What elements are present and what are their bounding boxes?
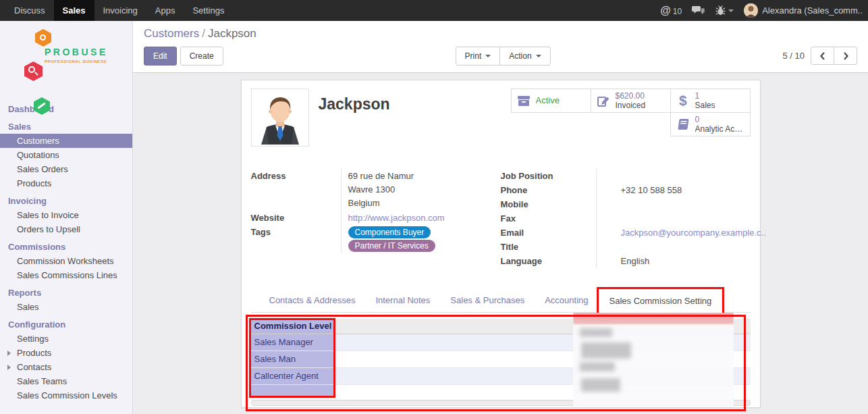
menu-invoicing[interactable]: Invoicing <box>94 0 146 21</box>
sidebar: PROBUSE PROFESSIONAL BUSINESS Dashboard … <box>0 21 133 414</box>
menu-sales[interactable]: Sales <box>54 0 94 21</box>
right-field-group: Job Position Phone +32 10 588 558 Mobile… <box>501 169 751 268</box>
customer-photo <box>251 88 309 147</box>
menu-settings[interactable]: Settings <box>184 0 233 21</box>
sidebar-section-reports[interactable]: Reports <box>0 286 132 300</box>
chevron-down-icon <box>728 9 734 12</box>
sidebar-item-config-products[interactable]: Products <box>0 346 132 360</box>
sidebar-item-quotations[interactable]: Quotations <box>0 148 132 162</box>
breadcrumb-customers-link[interactable]: Customers <box>144 27 199 40</box>
sidebar-section-commissions[interactable]: Commissions <box>0 240 132 254</box>
title-label: Title <box>501 240 596 254</box>
sidebar-item-sales-to-invoice[interactable]: Sales to Invoice <box>0 208 132 222</box>
active-label: Active <box>536 96 560 105</box>
sales-stat-button[interactable]: $ 1 Sales <box>670 88 751 113</box>
sidebar-section-sales[interactable]: Sales <box>0 120 132 134</box>
breadcrumb-current: Jackpson <box>208 27 256 40</box>
active-stat-button[interactable]: Active <box>511 88 591 113</box>
logo-title: PROBUSE <box>45 47 108 57</box>
at-icon: @ <box>660 5 671 17</box>
pager-previous-button[interactable] <box>811 47 834 65</box>
sidebar-menu: Dashboard Sales Customers Quotations Sal… <box>0 102 132 403</box>
tab-contacts-addresses[interactable]: Contacts & Addresses <box>259 289 366 312</box>
notebook-tabs: Contacts & Addresses Internal Notes Sale… <box>251 289 751 313</box>
email-link[interactable]: Jackpson@yourcompany.example.c.. <box>621 228 766 238</box>
control-panel: Customers/Jackpson Edit Create Print Act… <box>133 21 868 73</box>
tab-accounting[interactable]: Accounting <box>535 289 598 312</box>
pager-next-button[interactable] <box>834 47 857 65</box>
print-button[interactable]: Print <box>456 47 501 66</box>
language-label: Language <box>501 254 596 268</box>
sidebar-section-invoicing[interactable]: Invoicing <box>0 194 132 208</box>
svg-text:$: $ <box>679 93 687 108</box>
column-header-commission-level[interactable]: Commission Level <box>251 319 333 334</box>
analytic-count: 0 <box>695 115 745 124</box>
breadcrumb: Customers/Jackpson <box>144 27 857 41</box>
website-link[interactable]: http://www.jackpson.com <box>348 213 445 223</box>
sidebar-item-customers[interactable]: Customers <box>0 134 132 148</box>
book-icon <box>676 117 690 132</box>
debug-menu[interactable] <box>715 5 734 16</box>
pager-value[interactable]: 5 / 10 <box>782 51 805 61</box>
pager: 5 / 10 <box>782 47 857 65</box>
sidebar-item-products[interactable]: Products <box>0 176 132 190</box>
mobile-value <box>596 197 766 211</box>
analytic-accounts-stat-button[interactable]: 0 Analytic Acco... <box>670 112 751 136</box>
phone-value: +32 10 588 558 <box>596 183 766 197</box>
sidebar-item-sales-commission-levels[interactable]: Sales Commission Levels <box>0 388 132 403</box>
logo-hexagon-gear-icon <box>35 29 51 47</box>
mentions-counter[interactable]: @ 10 <box>660 5 682 17</box>
edit-pencil-icon <box>596 93 611 108</box>
left-field-group: Address 69 rue de Namur Wavre 1300 Belgi… <box>251 169 501 268</box>
job-position-label: Job Position <box>501 169 596 183</box>
tag-components-buyer: Components Buyer <box>348 226 431 238</box>
user-avatar <box>744 3 758 18</box>
redaction-pink-band <box>573 313 734 324</box>
sidebar-item-sales-orders[interactable]: Sales Orders <box>0 162 132 176</box>
sidebar-item-settings[interactable]: Settings <box>0 332 132 346</box>
tags-value: Components Buyer Partner / IT Services <box>341 225 501 253</box>
create-button[interactable]: Create <box>180 47 223 66</box>
website-label: Website <box>251 211 341 225</box>
tab-internal-notes[interactable]: Internal Notes <box>365 289 440 312</box>
tab-sales-purchases[interactable]: Sales & Purchases <box>440 289 535 312</box>
sidebar-item-sales-commissions-lines[interactable]: Sales Commissions Lines <box>0 268 132 282</box>
edit-button[interactable]: Edit <box>144 47 177 66</box>
sidebar-item-orders-to-upsell[interactable]: Orders to Upsell <box>0 222 132 236</box>
expand-arrow-icon <box>7 365 11 370</box>
commission-table-region: Commission Level Sales Manager Sales Man <box>251 319 751 406</box>
sidebar-item-sales-teams[interactable]: Sales Teams <box>0 374 132 388</box>
messages-button[interactable] <box>692 5 705 16</box>
form-view-area: Jackpson <box>133 73 868 414</box>
commission-level-cell: Sales Manager <box>251 334 333 351</box>
print-label: Print <box>465 51 482 61</box>
sidebar-section-dashboard[interactable]: Dashboard <box>0 102 132 116</box>
mobile-label: Mobile <box>501 197 596 211</box>
address-label: Address <box>251 169 341 211</box>
job-position-value <box>596 169 766 183</box>
commission-level-cell: Sales Man <box>251 351 333 367</box>
sidebar-item-config-contacts[interactable]: Contacts <box>0 360 132 374</box>
tab-sales-commission-setting[interactable]: Sales Commission Setting <box>599 289 723 313</box>
page-title: Jackpson <box>319 95 390 113</box>
address-street: 69 rue de Namur <box>348 170 501 183</box>
sidebar-section-configuration[interactable]: Configuration <box>0 317 132 332</box>
mention-count: 10 <box>673 7 682 16</box>
tags-label: Tags <box>251 225 341 253</box>
invoiced-stat-button[interactable]: $620.00 Invoiced <box>591 88 671 113</box>
logo-subtitle: PROFESSIONAL BUSINESS <box>45 59 108 63</box>
sidebar-item-commission-worksheets[interactable]: Commission Worksheets <box>0 254 132 268</box>
menu-apps[interactable]: Apps <box>146 0 184 21</box>
user-menu[interactable]: Alexandra (Sales_comm.. <box>744 3 863 18</box>
address-country: Belgium <box>348 197 501 210</box>
breadcrumb-separator: / <box>202 27 205 40</box>
chevron-down-icon <box>485 55 491 57</box>
user-name: Alexandra (Sales_comm.. <box>762 5 863 16</box>
sidebar-item-sales-report[interactable]: Sales <box>0 300 132 314</box>
chat-bubbles-icon <box>692 5 705 16</box>
menu-discuss[interactable]: Discuss <box>5 0 54 21</box>
redacted-region <box>573 313 734 407</box>
bug-icon <box>715 5 726 16</box>
redaction-blob <box>581 378 620 392</box>
action-button[interactable]: Action <box>499 47 550 66</box>
